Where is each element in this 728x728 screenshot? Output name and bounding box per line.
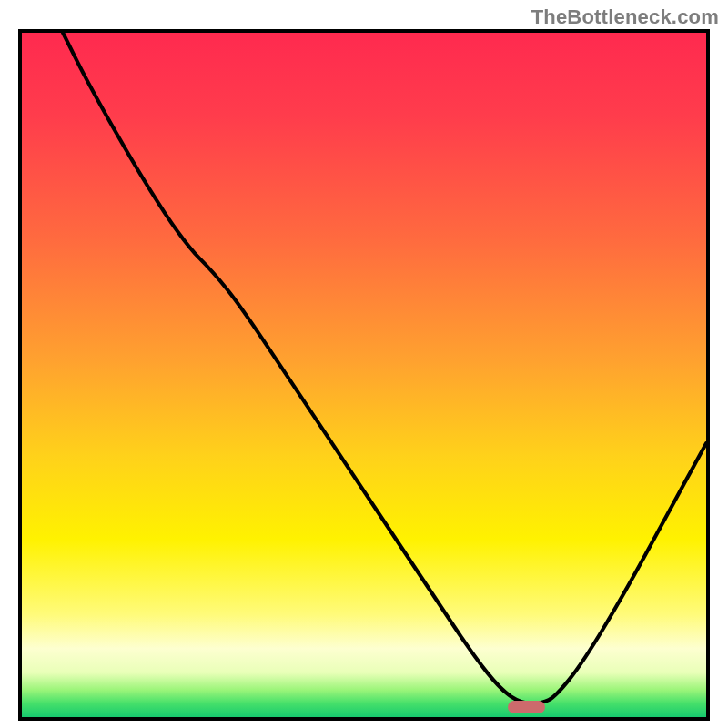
optimal-range-marker [508,701,545,713]
chart-plot-area [18,29,710,721]
bottleneck-curve [22,33,706,717]
watermark-text: TheBottleneck.com [531,5,719,29]
